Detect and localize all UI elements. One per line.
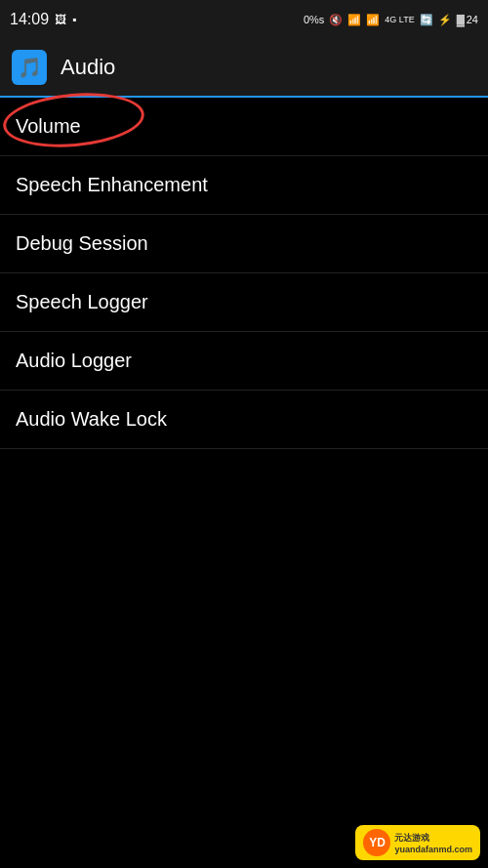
status-right: 0%s 🔇 📶 📶 4G LTE 🔄 ⚡ ▓ 24 bbox=[304, 14, 478, 26]
data-usage: 0%s bbox=[304, 14, 324, 25]
menu-item-speech-logger[interactable]: Speech Logger bbox=[0, 273, 488, 332]
menu-item-audio-logger-label: Audio Logger bbox=[16, 350, 132, 372]
charging-icon: ⚡ bbox=[438, 14, 452, 26]
app-title: Audio bbox=[61, 55, 115, 80]
menu-item-audio-wake-lock-label: Audio Wake Lock bbox=[16, 408, 167, 431]
mute-icon: 🔇 bbox=[329, 14, 343, 26]
status-left: 14:09 🖼 ▪ bbox=[10, 11, 76, 28]
watermark-site-name: 元达游戏 bbox=[394, 832, 472, 845]
menu-item-audio-wake-lock[interactable]: Audio Wake Lock bbox=[0, 391, 488, 449]
watermark: YD 元达游戏 yuandafanmd.com bbox=[355, 825, 480, 860]
gallery-icon: 🖼 bbox=[55, 13, 66, 26]
audio-app-icon-symbol: 🎵 bbox=[18, 56, 42, 79]
watermark-logo-text: YD bbox=[369, 836, 386, 849]
notification-icon: ▪ bbox=[72, 13, 76, 26]
menu-item-debug-session[interactable]: Debug Session bbox=[0, 215, 488, 273]
menu-item-speech-logger-label: Speech Logger bbox=[16, 291, 148, 313]
battery-level: ▓ bbox=[457, 14, 465, 25]
battery-indicator: ▓ 24 bbox=[457, 14, 478, 25]
menu-item-speech-enhancement[interactable]: Speech Enhancement bbox=[0, 156, 488, 215]
status-time: 14:09 bbox=[10, 11, 49, 28]
menu-item-debug-session-label: Debug Session bbox=[16, 232, 148, 255]
battery-percent: 24 bbox=[467, 14, 478, 25]
lte-icon: 4G LTE bbox=[385, 15, 414, 24]
sync-icon: 🔄 bbox=[420, 14, 433, 26]
status-bar: 14:09 🖼 ▪ 0%s 🔇 📶 📶 4G LTE 🔄 ⚡ ▓ 24 bbox=[0, 0, 488, 39]
app-header: 🎵 Audio bbox=[0, 39, 488, 98]
menu-item-audio-logger[interactable]: Audio Logger bbox=[0, 332, 488, 391]
menu-item-volume-label: Volume bbox=[16, 115, 81, 138]
menu-list: Volume Speech Enhancement Debug Session … bbox=[0, 98, 488, 449]
menu-item-volume[interactable]: Volume bbox=[0, 98, 488, 156]
wifi-icon: 📶 bbox=[347, 14, 361, 26]
menu-item-speech-enhancement-label: Speech Enhancement bbox=[16, 174, 208, 196]
app-icon: 🎵 bbox=[12, 50, 47, 85]
watermark-logo: YD bbox=[363, 829, 390, 856]
signal-icon: 📶 bbox=[366, 14, 380, 26]
watermark-url: yuandafanmd.com bbox=[394, 845, 472, 854]
watermark-text-block: 元达游戏 yuandafanmd.com bbox=[394, 832, 472, 854]
